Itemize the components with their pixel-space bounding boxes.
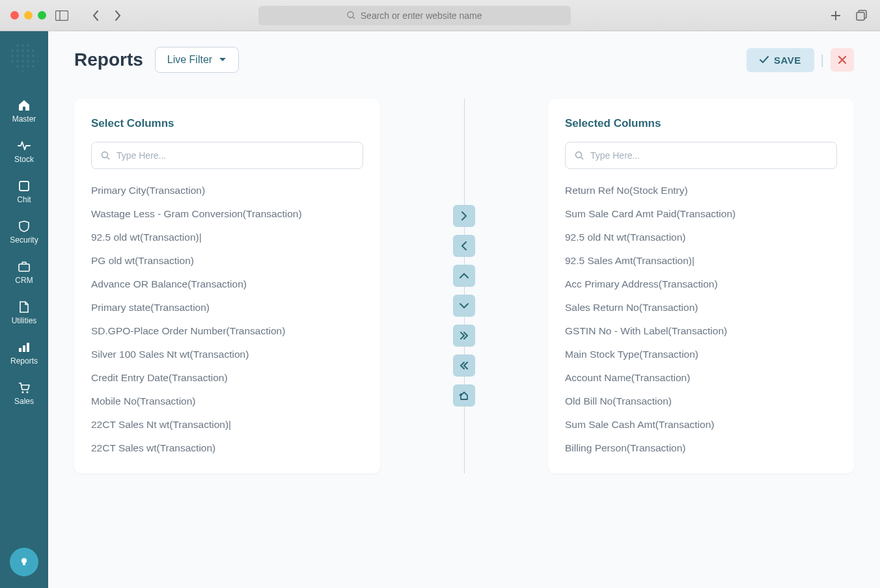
chevron-up-icon <box>459 273 469 279</box>
browser-search-bar[interactable]: Search or enter website name <box>258 6 571 25</box>
bar-chart-icon <box>18 341 31 354</box>
nav-back-icon[interactable] <box>88 8 103 23</box>
svg-line-18 <box>107 157 109 159</box>
window-controls <box>10 11 46 20</box>
available-column-item[interactable]: Silver 100 Sales Nt wt(Transaction) <box>91 349 363 360</box>
sidebar-item-sales[interactable]: Sales <box>0 373 48 414</box>
nav-forward-icon[interactable] <box>110 8 126 23</box>
move-all-right-button[interactable] <box>453 325 475 347</box>
svg-point-15 <box>21 558 27 563</box>
available-column-item[interactable]: Primary City(Transaction) <box>91 185 363 196</box>
sidebar-item-master[interactable]: Master <box>0 91 48 131</box>
svg-point-2 <box>348 12 353 18</box>
close-icon <box>838 55 847 64</box>
reset-button[interactable] <box>453 384 475 407</box>
cart-icon <box>18 381 31 394</box>
available-column-item[interactable]: Advance OR Balance(Transaction) <box>91 278 363 290</box>
page-header: Reports Live Filter SAVE | <box>74 47 854 73</box>
available-column-item[interactable]: 92.5 old wt(Transaction)| <box>91 232 363 243</box>
move-right-button[interactable] <box>453 205 475 227</box>
selected-column-item[interactable]: Main Stock Type(Transaction) <box>565 349 837 360</box>
selected-column-item[interactable]: Billing Person(Transaction) <box>565 442 837 454</box>
live-filter-dropdown[interactable]: Live Filter <box>155 47 239 73</box>
search-icon <box>575 151 584 160</box>
browser-chrome: Search or enter website name <box>0 0 880 31</box>
close-window-icon[interactable] <box>10 11 19 20</box>
minimize-window-icon[interactable] <box>24 11 33 20</box>
double-chevron-left-icon <box>460 361 469 370</box>
svg-rect-9 <box>19 264 29 271</box>
svg-rect-11 <box>23 345 25 352</box>
sidebar-item-label: Utilities <box>12 316 37 325</box>
file-icon <box>18 301 31 314</box>
available-column-item[interactable]: Mobile No(Transaction) <box>91 395 363 407</box>
sidebar-item-chit[interactable]: Chit <box>0 172 48 212</box>
svg-point-17 <box>102 152 108 158</box>
selected-column-item[interactable]: Account Name(Transaction) <box>565 372 837 384</box>
cancel-button[interactable] <box>831 48 854 72</box>
help-button[interactable] <box>10 548 38 576</box>
sidebar-item-label: Master <box>12 114 36 124</box>
panel-title: Selected Columns <box>565 117 837 130</box>
selected-column-item[interactable]: 92.5 Sales Amt(Transaction)| <box>565 255 837 267</box>
selected-column-item[interactable]: Sum Sale Card Amt Paid(Transaction) <box>565 208 837 220</box>
move-up-button[interactable] <box>453 265 475 287</box>
maximize-window-icon[interactable] <box>38 11 46 20</box>
selected-columns-panel: Selected Columns Return Ref No(Stock Ent… <box>548 99 854 474</box>
sidebar-item-security[interactable]: Security <box>0 212 48 252</box>
available-column-item[interactable]: Primary state(Transaction) <box>91 302 363 314</box>
filter-label: Live Filter <box>167 54 212 66</box>
selected-column-item[interactable]: Sum Sale Cash Amt(Transaction) <box>565 419 837 431</box>
available-search[interactable] <box>91 142 363 169</box>
app-sidebar: Master Stock Chit Security CRM <box>0 31 48 588</box>
sidebar-item-reports[interactable]: Reports <box>0 333 48 373</box>
available-column-item[interactable]: Credit Entry Date(Transaction) <box>91 372 363 384</box>
save-button[interactable]: SAVE <box>747 48 814 72</box>
available-column-item[interactable]: PG old wt(Transaction) <box>91 255 363 267</box>
home-reset-icon <box>459 390 469 401</box>
lightbulb-icon <box>19 557 29 567</box>
selected-column-item[interactable]: Acc Primary Address(Transaction) <box>565 278 837 290</box>
page-title: Reports <box>74 49 143 70</box>
new-tab-icon[interactable] <box>828 8 844 23</box>
available-search-input[interactable] <box>117 150 353 161</box>
selected-column-item[interactable]: Sales Return No(Transaction) <box>565 302 837 314</box>
svg-point-14 <box>27 392 29 394</box>
sidebar-toggle-icon[interactable] <box>54 8 70 23</box>
available-column-item[interactable]: Wastage Less - Gram Conversion(Transacti… <box>91 208 363 220</box>
chevron-down-icon <box>459 302 469 309</box>
selected-search-input[interactable] <box>590 150 827 161</box>
divider: | <box>821 53 824 68</box>
chevron-right-icon <box>461 211 467 221</box>
sidebar-item-label: Sales <box>14 397 34 406</box>
browser-search-placeholder: Search or enter website name <box>361 10 482 21</box>
selected-column-item[interactable]: Old Bill No(Transaction) <box>565 395 837 407</box>
sidebar-item-label: Stock <box>14 155 34 164</box>
sidebar-item-stock[interactable]: Stock <box>0 131 48 172</box>
svg-line-3 <box>353 17 355 19</box>
transfer-controls <box>453 99 475 474</box>
move-all-left-button[interactable] <box>453 354 475 377</box>
svg-point-19 <box>576 152 582 158</box>
selected-column-item[interactable]: GSTIN No - With Label(Transaction) <box>565 325 837 337</box>
sidebar-item-label: Reports <box>10 356 38 366</box>
shield-icon <box>18 220 31 233</box>
save-label: SAVE <box>774 55 801 66</box>
app-logo-icon[interactable] <box>10 43 38 72</box>
available-column-item[interactable]: 22CT Sales Nt wt(Transaction)| <box>91 419 363 431</box>
move-down-button[interactable] <box>453 295 475 317</box>
available-column-item[interactable]: 22CT Sales wt(Transaction) <box>91 442 363 454</box>
selected-column-item[interactable]: Return Ref No(Stock Entry) <box>565 185 837 196</box>
selected-column-item[interactable]: 92.5 old Nt wt(Transaction) <box>565 232 837 243</box>
sidebar-item-crm[interactable]: CRM <box>0 252 48 293</box>
move-left-button[interactable] <box>453 235 475 257</box>
available-column-item[interactable]: SD.GPO-Place Order Number(Transaction) <box>91 325 363 337</box>
main-content: Reports Live Filter SAVE | Select Column… <box>48 31 880 588</box>
sidebar-item-label: Security <box>10 235 38 245</box>
svg-line-20 <box>581 157 583 159</box>
tabs-icon[interactable] <box>854 8 870 23</box>
square-icon <box>18 180 31 193</box>
selected-search[interactable] <box>565 142 837 169</box>
check-icon <box>760 56 769 64</box>
sidebar-item-utilities[interactable]: Utilities <box>0 293 48 333</box>
